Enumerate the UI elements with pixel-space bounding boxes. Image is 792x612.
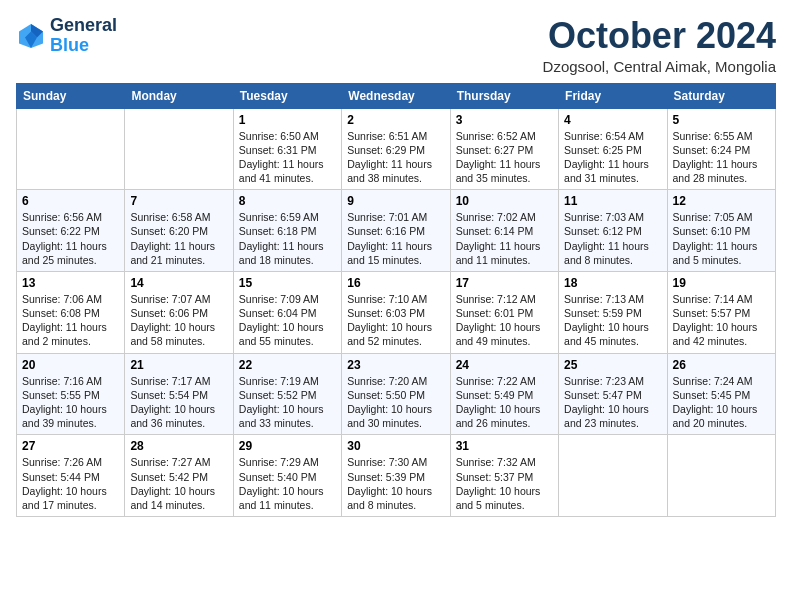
- day-cell: 29Sunrise: 7:29 AMSunset: 5:40 PMDayligh…: [233, 435, 341, 517]
- day-info: Sunrise: 6:59 AMSunset: 6:18 PMDaylight:…: [239, 210, 336, 267]
- day-cell: 21Sunrise: 7:17 AMSunset: 5:54 PMDayligh…: [125, 353, 233, 435]
- day-info: Sunrise: 6:54 AMSunset: 6:25 PMDaylight:…: [564, 129, 661, 186]
- day-number: 5: [673, 113, 770, 127]
- col-header-tuesday: Tuesday: [233, 83, 341, 108]
- day-cell: 16Sunrise: 7:10 AMSunset: 6:03 PMDayligh…: [342, 271, 450, 353]
- day-number: 7: [130, 194, 227, 208]
- day-info: Sunrise: 7:10 AMSunset: 6:03 PMDaylight:…: [347, 292, 444, 349]
- day-number: 26: [673, 358, 770, 372]
- calendar-table: SundayMondayTuesdayWednesdayThursdayFrid…: [16, 83, 776, 517]
- day-cell: 11Sunrise: 7:03 AMSunset: 6:12 PMDayligh…: [559, 190, 667, 272]
- logo-line2: Blue: [50, 36, 117, 56]
- day-info: Sunrise: 6:52 AMSunset: 6:27 PMDaylight:…: [456, 129, 553, 186]
- day-cell: [559, 435, 667, 517]
- day-cell: 5Sunrise: 6:55 AMSunset: 6:24 PMDaylight…: [667, 108, 775, 190]
- day-cell: 7Sunrise: 6:58 AMSunset: 6:20 PMDaylight…: [125, 190, 233, 272]
- day-cell: 15Sunrise: 7:09 AMSunset: 6:04 PMDayligh…: [233, 271, 341, 353]
- day-info: Sunrise: 7:06 AMSunset: 6:08 PMDaylight:…: [22, 292, 119, 349]
- day-cell: 10Sunrise: 7:02 AMSunset: 6:14 PMDayligh…: [450, 190, 558, 272]
- day-info: Sunrise: 6:58 AMSunset: 6:20 PMDaylight:…: [130, 210, 227, 267]
- day-cell: 22Sunrise: 7:19 AMSunset: 5:52 PMDayligh…: [233, 353, 341, 435]
- day-info: Sunrise: 7:09 AMSunset: 6:04 PMDaylight:…: [239, 292, 336, 349]
- col-header-sunday: Sunday: [17, 83, 125, 108]
- day-info: Sunrise: 7:14 AMSunset: 5:57 PMDaylight:…: [673, 292, 770, 349]
- day-cell: 12Sunrise: 7:05 AMSunset: 6:10 PMDayligh…: [667, 190, 775, 272]
- title-block: October 2024 Dzogsool, Central Aimak, Mo…: [543, 16, 776, 75]
- day-info: Sunrise: 7:03 AMSunset: 6:12 PMDaylight:…: [564, 210, 661, 267]
- day-number: 31: [456, 439, 553, 453]
- day-number: 28: [130, 439, 227, 453]
- month-title: October 2024: [543, 16, 776, 56]
- day-cell: 18Sunrise: 7:13 AMSunset: 5:59 PMDayligh…: [559, 271, 667, 353]
- day-info: Sunrise: 7:05 AMSunset: 6:10 PMDaylight:…: [673, 210, 770, 267]
- col-header-saturday: Saturday: [667, 83, 775, 108]
- day-number: 30: [347, 439, 444, 453]
- day-info: Sunrise: 6:56 AMSunset: 6:22 PMDaylight:…: [22, 210, 119, 267]
- day-number: 27: [22, 439, 119, 453]
- location-subtitle: Dzogsool, Central Aimak, Mongolia: [543, 58, 776, 75]
- week-row-1: 1Sunrise: 6:50 AMSunset: 6:31 PMDaylight…: [17, 108, 776, 190]
- day-info: Sunrise: 7:26 AMSunset: 5:44 PMDaylight:…: [22, 455, 119, 512]
- day-info: Sunrise: 7:17 AMSunset: 5:54 PMDaylight:…: [130, 374, 227, 431]
- day-cell: 24Sunrise: 7:22 AMSunset: 5:49 PMDayligh…: [450, 353, 558, 435]
- day-info: Sunrise: 7:19 AMSunset: 5:52 PMDaylight:…: [239, 374, 336, 431]
- day-info: Sunrise: 7:32 AMSunset: 5:37 PMDaylight:…: [456, 455, 553, 512]
- week-row-5: 27Sunrise: 7:26 AMSunset: 5:44 PMDayligh…: [17, 435, 776, 517]
- day-number: 10: [456, 194, 553, 208]
- col-header-thursday: Thursday: [450, 83, 558, 108]
- day-info: Sunrise: 7:13 AMSunset: 5:59 PMDaylight:…: [564, 292, 661, 349]
- week-row-4: 20Sunrise: 7:16 AMSunset: 5:55 PMDayligh…: [17, 353, 776, 435]
- day-cell: 2Sunrise: 6:51 AMSunset: 6:29 PMDaylight…: [342, 108, 450, 190]
- day-number: 20: [22, 358, 119, 372]
- day-info: Sunrise: 7:01 AMSunset: 6:16 PMDaylight:…: [347, 210, 444, 267]
- day-number: 14: [130, 276, 227, 290]
- day-number: 29: [239, 439, 336, 453]
- day-info: Sunrise: 7:27 AMSunset: 5:42 PMDaylight:…: [130, 455, 227, 512]
- day-number: 19: [673, 276, 770, 290]
- day-number: 4: [564, 113, 661, 127]
- day-number: 1: [239, 113, 336, 127]
- day-cell: 23Sunrise: 7:20 AMSunset: 5:50 PMDayligh…: [342, 353, 450, 435]
- day-info: Sunrise: 7:29 AMSunset: 5:40 PMDaylight:…: [239, 455, 336, 512]
- day-info: Sunrise: 6:50 AMSunset: 6:31 PMDaylight:…: [239, 129, 336, 186]
- col-header-wednesday: Wednesday: [342, 83, 450, 108]
- day-number: 16: [347, 276, 444, 290]
- day-number: 13: [22, 276, 119, 290]
- day-info: Sunrise: 7:24 AMSunset: 5:45 PMDaylight:…: [673, 374, 770, 431]
- day-cell: 31Sunrise: 7:32 AMSunset: 5:37 PMDayligh…: [450, 435, 558, 517]
- day-number: 22: [239, 358, 336, 372]
- day-cell: 1Sunrise: 6:50 AMSunset: 6:31 PMDaylight…: [233, 108, 341, 190]
- day-number: 6: [22, 194, 119, 208]
- day-cell: [667, 435, 775, 517]
- day-cell: 8Sunrise: 6:59 AMSunset: 6:18 PMDaylight…: [233, 190, 341, 272]
- header-row: SundayMondayTuesdayWednesdayThursdayFrid…: [17, 83, 776, 108]
- col-header-friday: Friday: [559, 83, 667, 108]
- day-number: 21: [130, 358, 227, 372]
- logo: General Blue: [16, 16, 117, 56]
- day-number: 8: [239, 194, 336, 208]
- day-number: 17: [456, 276, 553, 290]
- week-row-3: 13Sunrise: 7:06 AMSunset: 6:08 PMDayligh…: [17, 271, 776, 353]
- day-cell: 4Sunrise: 6:54 AMSunset: 6:25 PMDaylight…: [559, 108, 667, 190]
- day-cell: 19Sunrise: 7:14 AMSunset: 5:57 PMDayligh…: [667, 271, 775, 353]
- day-cell: 14Sunrise: 7:07 AMSunset: 6:06 PMDayligh…: [125, 271, 233, 353]
- day-number: 24: [456, 358, 553, 372]
- day-number: 18: [564, 276, 661, 290]
- day-info: Sunrise: 7:30 AMSunset: 5:39 PMDaylight:…: [347, 455, 444, 512]
- day-info: Sunrise: 7:23 AMSunset: 5:47 PMDaylight:…: [564, 374, 661, 431]
- day-cell: 27Sunrise: 7:26 AMSunset: 5:44 PMDayligh…: [17, 435, 125, 517]
- page-header: General Blue October 2024 Dzogsool, Cent…: [16, 16, 776, 75]
- day-cell: 25Sunrise: 7:23 AMSunset: 5:47 PMDayligh…: [559, 353, 667, 435]
- day-info: Sunrise: 6:55 AMSunset: 6:24 PMDaylight:…: [673, 129, 770, 186]
- day-number: 23: [347, 358, 444, 372]
- day-cell: 6Sunrise: 6:56 AMSunset: 6:22 PMDaylight…: [17, 190, 125, 272]
- day-number: 3: [456, 113, 553, 127]
- logo-icon: [16, 21, 46, 51]
- day-number: 2: [347, 113, 444, 127]
- day-cell: 20Sunrise: 7:16 AMSunset: 5:55 PMDayligh…: [17, 353, 125, 435]
- day-cell: [17, 108, 125, 190]
- day-info: Sunrise: 7:07 AMSunset: 6:06 PMDaylight:…: [130, 292, 227, 349]
- day-number: 12: [673, 194, 770, 208]
- day-info: Sunrise: 7:02 AMSunset: 6:14 PMDaylight:…: [456, 210, 553, 267]
- day-cell: 17Sunrise: 7:12 AMSunset: 6:01 PMDayligh…: [450, 271, 558, 353]
